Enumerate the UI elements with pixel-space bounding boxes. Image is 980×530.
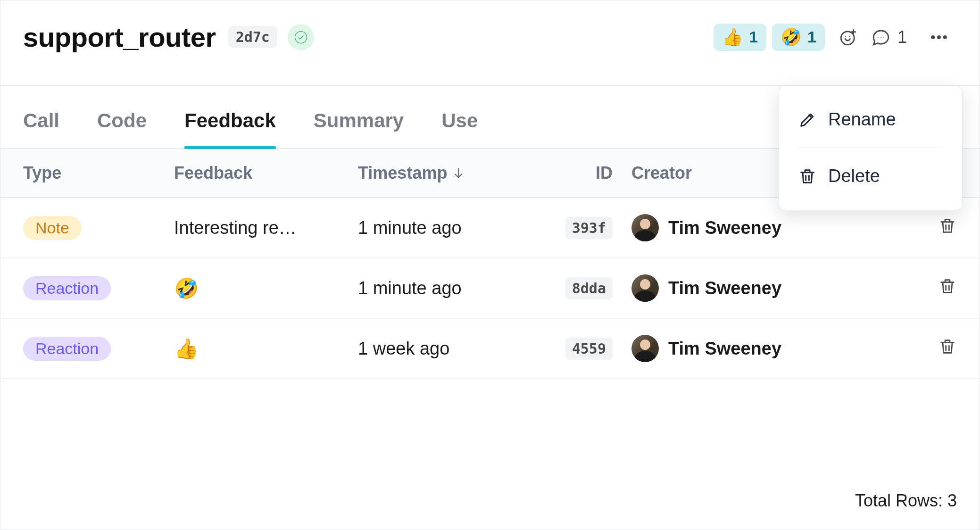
- id-badge[interactable]: 4559: [565, 338, 613, 360]
- feedback-emoji: 👍: [174, 337, 358, 360]
- delete-label: Delete: [828, 166, 880, 186]
- trash-icon: [938, 337, 957, 356]
- rofl-icon: 🤣: [781, 27, 802, 47]
- trash-icon: [938, 216, 957, 235]
- tab-use[interactable]: Use: [441, 109, 478, 148]
- check-circle-icon: [294, 30, 308, 44]
- tab-code[interactable]: Code: [97, 109, 147, 148]
- svg-point-4: [878, 37, 879, 38]
- add-reaction-button[interactable]: [835, 24, 862, 50]
- avatar: [631, 274, 659, 302]
- svg-point-1: [841, 31, 854, 44]
- type-tag-reaction: Reaction: [23, 337, 111, 361]
- delete-row-button[interactable]: [938, 277, 957, 300]
- feedback-emoji: 🤣: [174, 277, 358, 300]
- delete-menu-item[interactable]: Delete: [779, 155, 962, 198]
- rename-menu-item[interactable]: Rename: [779, 98, 962, 141]
- comment-icon: [871, 27, 891, 47]
- creator-cell[interactable]: Tim Sweeney: [631, 335, 858, 362]
- dropdown-separator: [798, 148, 943, 148]
- rename-label: Rename: [828, 109, 896, 130]
- avatar: [631, 335, 659, 362]
- avatar: [631, 214, 659, 241]
- reaction-pill-thumbs-up[interactable]: 👍 1: [714, 24, 766, 51]
- col-header-timestamp[interactable]: Timestamp: [358, 163, 537, 183]
- hash-badge[interactable]: 2d7c: [228, 26, 277, 48]
- pencil-icon: [798, 110, 817, 129]
- timestamp: 1 week ago: [358, 339, 537, 359]
- type-tag-note: Note: [23, 216, 82, 240]
- more-menu-button[interactable]: [926, 24, 952, 50]
- svg-point-2: [845, 36, 846, 37]
- status-indicator: [288, 24, 314, 50]
- delete-row-button[interactable]: [938, 216, 957, 240]
- svg-point-6: [883, 37, 884, 38]
- tab-call[interactable]: Call: [23, 109, 59, 148]
- col-header-type[interactable]: Type: [23, 163, 174, 183]
- more-horizontal-icon: [929, 27, 949, 48]
- svg-point-9: [943, 35, 947, 39]
- tab-summary[interactable]: Summary: [314, 109, 404, 148]
- timestamp: 1 minute ago: [358, 278, 537, 298]
- total-rows-value: 3: [947, 491, 957, 510]
- creator-name: Tim Sweeney: [668, 339, 781, 359]
- col-header-timestamp-label: Timestamp: [358, 163, 447, 183]
- id-badge[interactable]: 393f: [565, 217, 613, 239]
- reaction-count: 1: [807, 28, 816, 46]
- svg-point-0: [295, 31, 307, 43]
- creator-name: Tim Sweeney: [668, 278, 781, 298]
- type-tag-reaction: Reaction: [23, 276, 111, 300]
- svg-point-8: [937, 35, 941, 39]
- svg-point-3: [849, 36, 850, 37]
- col-header-feedback[interactable]: Feedback: [174, 163, 358, 183]
- svg-point-7: [931, 35, 935, 39]
- feedback-text: Interesting re…: [174, 218, 358, 238]
- svg-point-5: [880, 37, 881, 38]
- total-rows-label: Total Rows:: [855, 491, 943, 510]
- tab-feedback[interactable]: Feedback: [184, 109, 276, 148]
- delete-row-button[interactable]: [938, 337, 957, 360]
- smile-plus-icon: [839, 27, 858, 47]
- col-header-id[interactable]: ID: [537, 163, 631, 183]
- trash-icon: [938, 277, 957, 296]
- page-title: support_router: [23, 21, 216, 53]
- table-row[interactable]: Reaction 👍 1 week ago 4559 Tim Sweeney: [0, 319, 980, 379]
- id-badge[interactable]: 8dda: [565, 277, 613, 299]
- header: support_router 2d7c 👍 1 🤣 1 1: [0, 0, 980, 72]
- creator-cell[interactable]: Tim Sweeney: [631, 274, 858, 302]
- arrow-down-icon: [452, 166, 465, 180]
- reaction-pill-rofl[interactable]: 🤣 1: [772, 24, 825, 51]
- trash-icon: [798, 167, 817, 186]
- creator-name: Tim Sweeney: [668, 218, 781, 238]
- comment-count-value: 1: [897, 27, 907, 47]
- total-rows: Total Rows: 3: [855, 491, 957, 511]
- timestamp: 1 minute ago: [358, 218, 537, 238]
- creator-cell[interactable]: Tim Sweeney: [631, 214, 858, 241]
- more-dropdown: Rename Delete: [779, 85, 963, 210]
- reaction-count: 1: [749, 28, 758, 46]
- thumbs-up-icon: 👍: [722, 27, 743, 47]
- table-row[interactable]: Reaction 🤣 1 minute ago 8dda Tim Sweeney: [0, 258, 980, 319]
- comment-count[interactable]: 1: [871, 27, 907, 47]
